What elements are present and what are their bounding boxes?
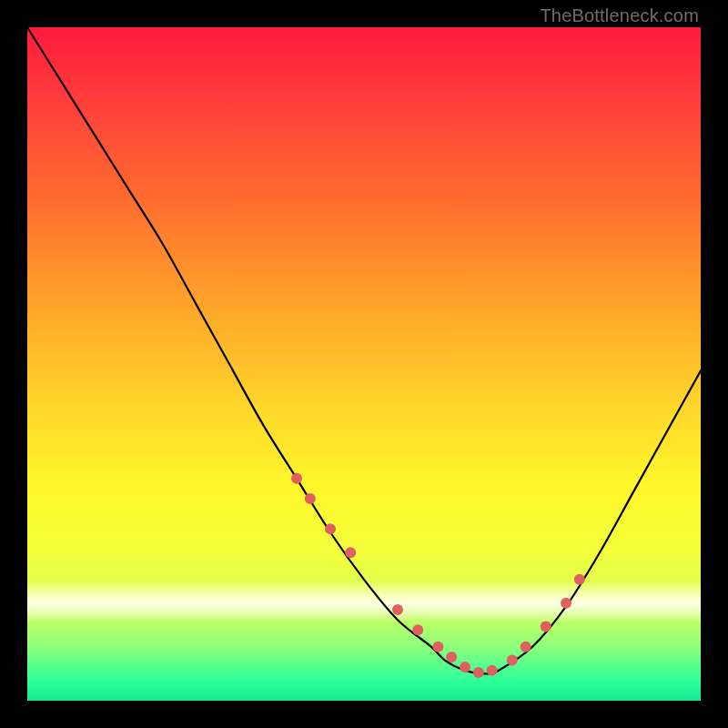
marker-dot [487, 665, 498, 676]
marker-dot [412, 624, 423, 635]
marker-dot [541, 622, 551, 632]
marker-dot [291, 473, 302, 484]
marker-dot [460, 662, 470, 672]
marker-dot [507, 655, 518, 666]
marker-dot [521, 642, 531, 652]
watermark-text: TheBottleneck.com [540, 5, 699, 26]
marker-dot [392, 604, 403, 615]
marker-dot [325, 523, 336, 534]
marker-dot [305, 493, 316, 504]
plot-area [27, 27, 701, 701]
marker-dot [432, 642, 443, 652]
marker-dot [345, 547, 356, 558]
bottleneck-curve [27, 27, 701, 674]
highlight-markers [291, 473, 585, 678]
marker-dot [446, 652, 457, 662]
curve-layer [27, 27, 701, 701]
marker-dot [574, 574, 585, 585]
marker-dot [473, 667, 484, 678]
marker-dot [561, 598, 571, 609]
chart-stage: TheBottleneck.com [0, 0, 728, 728]
